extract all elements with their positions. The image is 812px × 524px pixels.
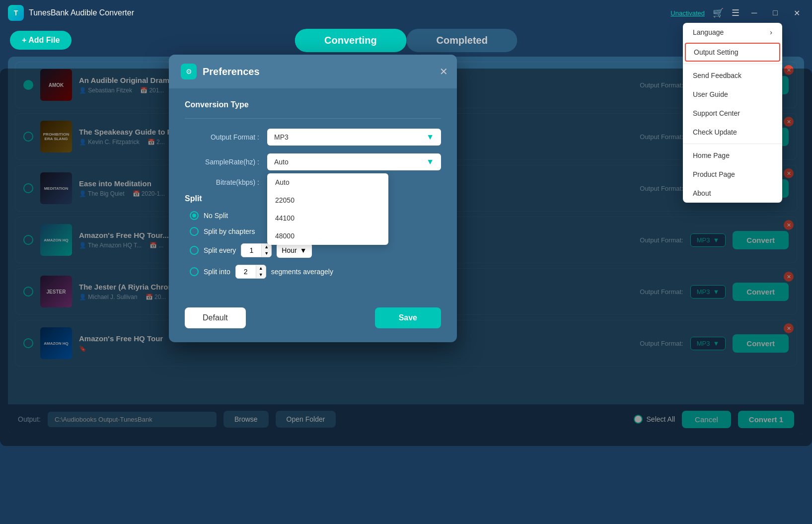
menu-item-language[interactable]: Language › (683, 23, 782, 42)
save-button[interactable]: Save (375, 307, 441, 328)
unit-chevron-icon: ▼ (300, 246, 307, 254)
split-into-up[interactable]: ▲ (256, 265, 266, 272)
no-split-label: No Split (204, 212, 228, 220)
close-button[interactable]: ✕ (790, 6, 804, 20)
split-into-down[interactable]: ▼ (256, 272, 266, 278)
menu-item-language-label: Language (693, 28, 724, 36)
tab-group: Converting Completed (295, 29, 517, 52)
samplerate-option-48000[interactable]: 48000 (267, 227, 388, 245)
dropdown-menu: Language › Output Setting Send Feedback … (683, 23, 782, 203)
unactivated-link[interactable]: Unactivated (670, 9, 705, 17)
menu-item-support-label: Support Center (693, 109, 740, 117)
samplerate-option-auto[interactable]: Auto (267, 173, 388, 191)
title-bar-controls: Unactivated 🛒 ☰ ─ □ ✕ (670, 6, 804, 20)
menu-item-output-setting[interactable]: Output Setting (685, 43, 780, 62)
dialog-footer: Default Save (169, 298, 457, 342)
samplerate-option-44100[interactable]: 44100 (267, 209, 388, 227)
menu-divider-1 (683, 64, 782, 64)
menu-icon[interactable]: ☰ (732, 7, 739, 18)
menu-item-product-label: Product Page (693, 170, 735, 178)
bitrate-field-label: Bitrate(kbps) : (185, 178, 259, 186)
split-every-down[interactable]: ▼ (262, 250, 271, 257)
split-into-row: Split into ▲ ▼ segments averagely (185, 265, 441, 279)
menu-item-check-update[interactable]: Check Update (683, 123, 782, 142)
by-chapters-radio[interactable] (190, 227, 199, 236)
dialog-body: Conversion Type Output Format : MP3 ▼ Sa… (169, 88, 457, 298)
split-every-unit-select[interactable]: Hour ▼ (277, 243, 311, 258)
menu-item-update-label: Check Update (693, 128, 737, 136)
tab-converting[interactable]: Converting (295, 29, 407, 52)
output-format-select[interactable]: MP3 ▼ (267, 129, 441, 146)
samplerate-option-22050[interactable]: 22050 (267, 191, 388, 209)
output-format-arrow: ▼ (426, 133, 434, 142)
menu-item-support-center[interactable]: Support Center (683, 104, 782, 123)
samplerate-field-label: SampleRate(hz) : (185, 158, 259, 166)
menu-item-home-page[interactable]: Home Page (683, 146, 782, 165)
split-into-stepper[interactable]: ▲ ▼ (235, 265, 266, 279)
samplerate-dropdown: Auto 22050 44100 48000 (267, 173, 388, 245)
split-every-text: Split every (204, 246, 236, 254)
menu-item-home-label: Home Page (693, 151, 730, 159)
menu-divider-2 (683, 144, 782, 144)
menu-item-feedback-label: Send Feedback (693, 72, 741, 79)
menu-item-send-feedback[interactable]: Send Feedback (683, 66, 782, 85)
app-icon: T (8, 5, 24, 21)
conversion-type-title: Conversion Type (185, 100, 441, 109)
preferences-dialog: ⚙ Preferences ✕ Conversion Type Output F… (169, 55, 457, 342)
menu-item-product-page[interactable]: Product Page (683, 165, 782, 184)
output-format-value: MP3 (274, 133, 289, 141)
add-file-button[interactable]: + Add File (10, 31, 72, 50)
dialog-icon: ⚙ (181, 64, 197, 79)
menu-item-about-label: About (693, 189, 711, 197)
cart-icon[interactable]: 🛒 (713, 7, 724, 18)
minimize-button[interactable]: ─ (747, 6, 761, 19)
split-into-arrows: ▲ ▼ (256, 265, 266, 278)
split-into-text: Split into (204, 268, 230, 276)
dialog-close-button[interactable]: ✕ (440, 66, 448, 77)
split-into-input[interactable] (236, 265, 256, 278)
tab-completed[interactable]: Completed (407, 29, 517, 52)
output-format-field-label: Output Format : (185, 133, 259, 141)
menu-item-guide-label: User Guide (693, 90, 728, 98)
title-bar: T TunesBank Audible Converter Unactivate… (0, 0, 812, 26)
output-format-row: Output Format : MP3 ▼ (185, 129, 441, 146)
split-every-input[interactable] (241, 244, 261, 257)
menu-item-about[interactable]: About (683, 184, 782, 203)
dialog-header: ⚙ Preferences ✕ (169, 55, 457, 88)
split-into-radio[interactable] (190, 267, 199, 276)
split-into-suffix: segments averagely (271, 268, 333, 276)
menu-item-user-guide[interactable]: User Guide (683, 85, 782, 104)
samplerate-row: SampleRate(hz) : Auto ▼ Auto 22050 44100… (185, 153, 441, 170)
by-chapters-label: Split by chapters (204, 227, 255, 235)
no-split-radio[interactable] (190, 211, 199, 220)
split-every-stepper[interactable]: ▲ ▼ (241, 243, 272, 257)
split-every-unit-label: Hour (282, 246, 296, 254)
split-every-row: Split every ▲ ▼ Hour ▼ (185, 243, 441, 258)
split-every-radio[interactable] (190, 246, 199, 255)
samplerate-arrow: ▼ (426, 157, 434, 166)
maximize-button[interactable]: □ (769, 6, 782, 19)
menu-item-output-label: Output Setting (694, 48, 738, 56)
chevron-right-icon: › (770, 28, 772, 36)
default-button[interactable]: Default (185, 307, 246, 328)
samplerate-select[interactable]: Auto ▼ (267, 153, 441, 170)
dialog-title: Preferences (203, 66, 260, 77)
split-every-arrows: ▲ ▼ (261, 244, 271, 257)
section-divider-1 (185, 118, 441, 119)
samplerate-value: Auto (274, 158, 289, 166)
app-title: TunesBank Audible Converter (29, 8, 134, 17)
